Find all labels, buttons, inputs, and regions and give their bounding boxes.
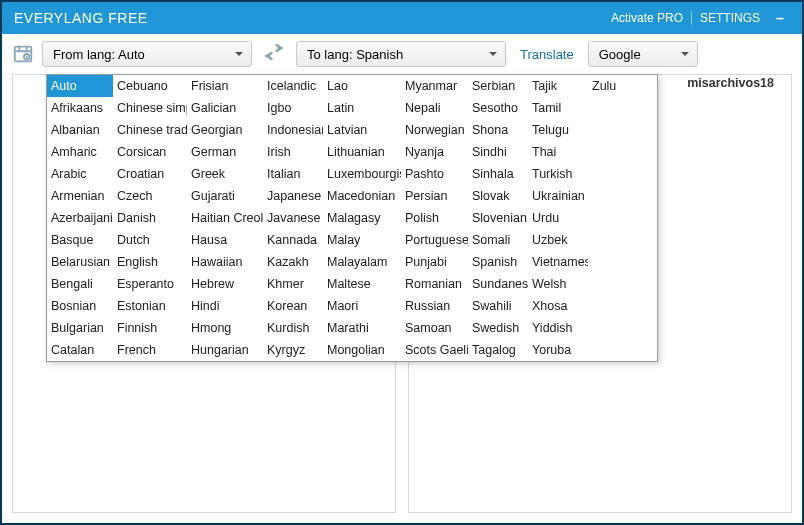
language-option[interactable]: Auto: [47, 75, 113, 97]
language-option[interactable]: Finnish: [113, 317, 187, 339]
language-option[interactable]: Swedish: [468, 317, 528, 339]
language-option[interactable]: Somali: [468, 229, 528, 251]
language-option[interactable]: Samoan: [401, 317, 468, 339]
language-option[interactable]: Vietnamese: [528, 251, 588, 273]
language-option[interactable]: Hungarian: [187, 339, 263, 361]
engine-dropdown[interactable]: Google: [588, 41, 698, 67]
language-option[interactable]: Japanese: [263, 185, 323, 207]
language-option[interactable]: Pashto: [401, 163, 468, 185]
language-option[interactable]: Azerbaijani: [47, 207, 113, 229]
language-option[interactable]: Malagasy: [323, 207, 401, 229]
language-option[interactable]: Latvian: [323, 119, 401, 141]
language-option[interactable]: Georgian: [187, 119, 263, 141]
language-option[interactable]: Maori: [323, 295, 401, 317]
history-icon[interactable]: [12, 43, 34, 65]
language-option[interactable]: Hindi: [187, 295, 263, 317]
language-option[interactable]: Sindhi: [468, 141, 528, 163]
language-option[interactable]: Luxembourgish: [323, 163, 401, 185]
language-option[interactable]: Sundanese: [468, 273, 528, 295]
language-option[interactable]: Urdu: [528, 207, 588, 229]
language-option[interactable]: Marathi: [323, 317, 401, 339]
language-option[interactable]: Shona: [468, 119, 528, 141]
language-option[interactable]: Malayalam: [323, 251, 401, 273]
language-option[interactable]: Macedonian: [323, 185, 401, 207]
language-option[interactable]: Hebrew: [187, 273, 263, 295]
minimize-button[interactable]: –: [768, 10, 792, 26]
language-option[interactable]: Kannada: [263, 229, 323, 251]
language-option[interactable]: Italian: [263, 163, 323, 185]
language-option[interactable]: Hausa: [187, 229, 263, 251]
language-option[interactable]: Arabic: [47, 163, 113, 185]
language-option[interactable]: German: [187, 141, 263, 163]
language-option[interactable]: Bosnian: [47, 295, 113, 317]
language-option[interactable]: Irish: [263, 141, 323, 163]
language-option[interactable]: Korean: [263, 295, 323, 317]
language-option[interactable]: English: [113, 251, 187, 273]
language-option[interactable]: Mongolian: [323, 339, 401, 361]
language-option[interactable]: Kyrgyz: [263, 339, 323, 361]
language-option[interactable]: Estonian: [113, 295, 187, 317]
language-option[interactable]: Swahili: [468, 295, 528, 317]
language-option[interactable]: Bulgarian: [47, 317, 113, 339]
language-option[interactable]: Catalan: [47, 339, 113, 361]
activate-pro-link[interactable]: Activate PRO: [603, 11, 691, 25]
language-option[interactable]: Nepali: [401, 97, 468, 119]
language-option[interactable]: Gujarati: [187, 185, 263, 207]
language-option[interactable]: Bengali: [47, 273, 113, 295]
language-option[interactable]: Malay: [323, 229, 401, 251]
language-option[interactable]: Maltese: [323, 273, 401, 295]
language-option[interactable]: Ukrainian: [528, 185, 588, 207]
language-option[interactable]: Scots Gaelic: [401, 339, 468, 361]
language-option[interactable]: Chinese simp.: [113, 97, 187, 119]
language-option[interactable]: Slovak: [468, 185, 528, 207]
language-option[interactable]: Polish: [401, 207, 468, 229]
language-option[interactable]: Corsican: [113, 141, 187, 163]
language-option[interactable]: Basque: [47, 229, 113, 251]
language-option[interactable]: Dutch: [113, 229, 187, 251]
language-option[interactable]: Chinese trad.: [113, 119, 187, 141]
language-option[interactable]: Yoruba: [528, 339, 588, 361]
language-option[interactable]: Afrikaans: [47, 97, 113, 119]
language-option[interactable]: Punjabi: [401, 251, 468, 273]
language-option[interactable]: Zulu: [588, 75, 628, 97]
language-option[interactable]: Amharic: [47, 141, 113, 163]
language-option[interactable]: Danish: [113, 207, 187, 229]
language-option[interactable]: Croatian: [113, 163, 187, 185]
language-option[interactable]: Frisian: [187, 75, 263, 97]
language-option[interactable]: Sesotho: [468, 97, 528, 119]
language-option[interactable]: Sinhala: [468, 163, 528, 185]
language-option[interactable]: Spanish: [468, 251, 528, 273]
language-option[interactable]: Cebuano: [113, 75, 187, 97]
language-option[interactable]: Russian: [401, 295, 468, 317]
language-option[interactable]: Kurdish: [263, 317, 323, 339]
language-option[interactable]: Portuguese: [401, 229, 468, 251]
language-option[interactable]: Igbo: [263, 97, 323, 119]
language-option[interactable]: Indonesian: [263, 119, 323, 141]
language-option[interactable]: Tamil: [528, 97, 588, 119]
language-option[interactable]: Icelandic: [263, 75, 323, 97]
language-option[interactable]: Albanian: [47, 119, 113, 141]
to-language-dropdown[interactable]: To lang: Spanish: [296, 41, 506, 67]
swap-languages-icon[interactable]: [260, 43, 288, 65]
language-option[interactable]: Thai: [528, 141, 588, 163]
from-language-dropdown[interactable]: From lang: Auto: [42, 41, 252, 67]
language-option[interactable]: Slovenian: [468, 207, 528, 229]
language-option[interactable]: Persian: [401, 185, 468, 207]
language-option[interactable]: Norwegian: [401, 119, 468, 141]
language-option[interactable]: Yiddish: [528, 317, 588, 339]
translate-button[interactable]: Translate: [514, 47, 580, 62]
language-option[interactable]: Welsh: [528, 273, 588, 295]
language-option[interactable]: Tagalog: [468, 339, 528, 361]
language-option[interactable]: Belarusian: [47, 251, 113, 273]
language-option[interactable]: Xhosa: [528, 295, 588, 317]
settings-link[interactable]: SETTINGS: [692, 11, 768, 25]
language-option[interactable]: Czech: [113, 185, 187, 207]
language-option[interactable]: Khmer: [263, 273, 323, 295]
language-option[interactable]: Myanmar: [401, 75, 468, 97]
language-option[interactable]: Armenian: [47, 185, 113, 207]
language-option[interactable]: Uzbek: [528, 229, 588, 251]
language-option[interactable]: Greek: [187, 163, 263, 185]
language-option[interactable]: Serbian: [468, 75, 528, 97]
language-option[interactable]: Tajik: [528, 75, 588, 97]
language-option[interactable]: Turkish: [528, 163, 588, 185]
